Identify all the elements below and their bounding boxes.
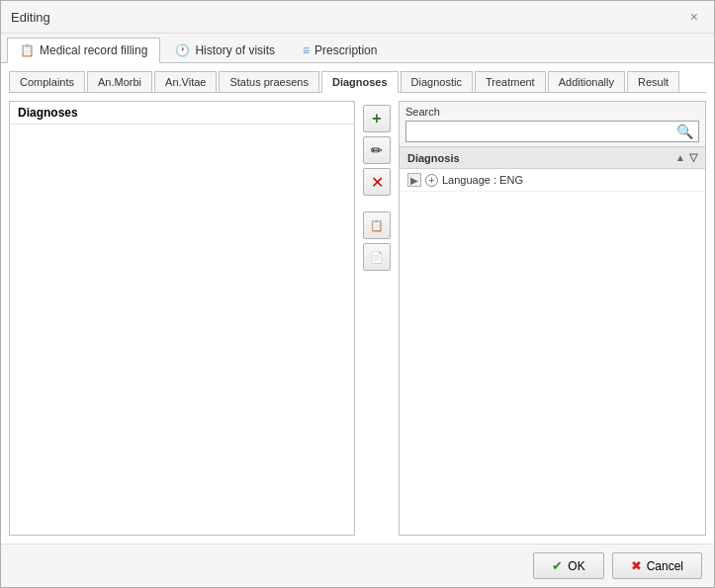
diagnoses-header: Diagnoses: [10, 102, 354, 125]
titlebar: Editing ×: [1, 1, 714, 34]
add-icon: +: [372, 110, 381, 127]
tab-prescription-label: Prescription: [314, 43, 377, 57]
right-panel: Search 🔍 Diagnosis ▲ ▽: [399, 101, 706, 536]
editing-dialog: Editing × 📋 Medical record filling 🕐 His…: [0, 0, 715, 588]
history-icon: 🕐: [175, 43, 190, 57]
tree-header-label: Diagnosis: [407, 152, 675, 164]
tab-medical-record[interactable]: 📋 Medical record filling: [7, 38, 160, 63]
edit-diagnosis-button[interactable]: ✏: [363, 136, 391, 164]
middle-toolbar: + ✏ ✕ 📋 📄: [361, 101, 393, 536]
subtab-result[interactable]: Result: [627, 71, 679, 92]
subtab-diagnostic[interactable]: Diagnostic: [401, 71, 473, 92]
dialog-footer: ✔ OK ✖ Cancel: [1, 544, 714, 587]
delete-icon: ✕: [371, 173, 384, 192]
ok-button[interactable]: ✔ OK: [533, 552, 603, 579]
search-input-wrapper: 🔍: [405, 121, 699, 142]
tree-item-label: Language : ENG: [442, 174, 523, 186]
cancel-icon: ✖: [631, 558, 642, 573]
copy-icon: 📋: [370, 219, 384, 232]
paste-icon: 📄: [370, 251, 384, 264]
paste-diagnosis-button[interactable]: 📄: [363, 243, 391, 271]
tab-prescription[interactable]: ≡ Prescription: [290, 38, 390, 62]
delete-diagnosis-button[interactable]: ✕: [363, 168, 391, 196]
copy-diagnosis-button[interactable]: 📋: [363, 211, 391, 239]
prescription-icon: ≡: [303, 43, 310, 57]
main-tabs-container: 📋 Medical record filling 🕐 History of vi…: [1, 34, 714, 63]
list-item[interactable]: ▶ + Language : ENG: [400, 169, 705, 192]
ok-label: OK: [568, 559, 584, 573]
subtab-additionally[interactable]: Additionally: [548, 71, 625, 92]
tree-header: Diagnosis ▲ ▽: [400, 147, 705, 169]
add-diagnosis-button[interactable]: +: [363, 105, 391, 132]
main-content-area: Diagnoses + ✏ ✕ 📋 📄: [9, 101, 706, 536]
search-label: Search: [405, 106, 699, 118]
subtab-diagnoses[interactable]: Diagnoses: [321, 71, 399, 93]
dialog-title: Editing: [11, 10, 50, 25]
expand-icon[interactable]: +: [425, 174, 438, 187]
subtab-anmorbi[interactable]: An.Morbi: [87, 71, 152, 92]
subtab-status[interactable]: Status praesens: [219, 71, 319, 92]
subtab-complaints[interactable]: Complaints: [9, 71, 85, 92]
ok-icon: ✔: [552, 558, 563, 573]
tab-medical-label: Medical record filling: [40, 43, 147, 57]
cancel-button[interactable]: ✖ Cancel: [612, 552, 702, 579]
subtab-anvitae[interactable]: An.Vitae: [154, 71, 217, 92]
search-section: Search 🔍: [400, 102, 705, 147]
medical-record-icon: 📋: [20, 43, 35, 57]
search-icon: 🔍: [676, 124, 693, 139]
tree-row-arrow[interactable]: ▶: [407, 173, 421, 187]
tab-history-visits[interactable]: 🕐 History of visits: [162, 38, 288, 62]
search-button[interactable]: 🔍: [671, 122, 698, 141]
close-button[interactable]: ×: [684, 7, 704, 27]
tab-history-label: History of visits: [195, 43, 275, 57]
diagnoses-panel: Diagnoses: [9, 101, 355, 536]
subtab-treatment[interactable]: Treatment: [475, 71, 546, 92]
sort-icon[interactable]: ▲: [675, 152, 685, 163]
sub-tabs-container: Complaints An.Morbi An.Vitae Status prae…: [9, 71, 706, 93]
tree-content: ▶ + Language : ENG: [400, 169, 705, 535]
content-area: Complaints An.Morbi An.Vitae Status prae…: [1, 63, 714, 544]
filter-icon[interactable]: ▽: [689, 151, 697, 164]
cancel-label: Cancel: [647, 559, 683, 573]
search-input[interactable]: [406, 122, 671, 141]
edit-icon: ✏: [371, 142, 383, 158]
diagnoses-list[interactable]: [10, 125, 354, 535]
